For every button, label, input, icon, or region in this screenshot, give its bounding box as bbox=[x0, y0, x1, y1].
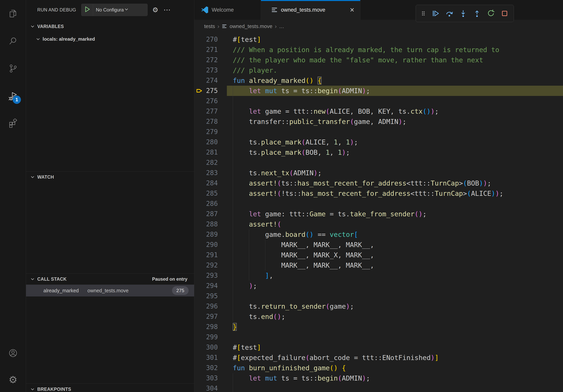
code-line[interactable]: 301#[expected_failure(abort_code = ttt::… bbox=[194, 353, 563, 363]
line-number[interactable]: 293 bbox=[194, 270, 227, 281]
line-number[interactable]: 296 bbox=[194, 301, 227, 312]
code-line[interactable]: 281 ts.place_mark(BOB, 1, 1); bbox=[194, 147, 563, 157]
continue-icon[interactable] bbox=[430, 8, 441, 19]
code-line[interactable]: 274fun already_marked() { bbox=[194, 75, 563, 86]
code-line[interactable]: 280 ts.place_mark(ALICE, 1, 1); bbox=[194, 137, 563, 147]
line-number[interactable]: 289 bbox=[194, 229, 227, 240]
code-line[interactable]: 294 ); bbox=[194, 281, 563, 291]
code-line[interactable]: 297 ts.end(); bbox=[194, 312, 563, 322]
line-number[interactable]: 288 bbox=[194, 219, 227, 229]
code-line[interactable]: 270#[test] bbox=[194, 34, 563, 45]
line-number[interactable]: 278 bbox=[194, 117, 227, 127]
line-number[interactable]: 272 bbox=[194, 55, 227, 65]
code-line[interactable]: 289 game.board() == vector[ bbox=[194, 229, 563, 240]
code-line[interactable]: 284 assert!(ts::has_most_recent_for_addr… bbox=[194, 178, 563, 188]
line-number[interactable]: 297 bbox=[194, 312, 227, 322]
variables-section-header[interactable]: VARIABLES bbox=[26, 21, 194, 32]
code-line[interactable]: 296 ts.return_to_sender(game); bbox=[194, 301, 563, 312]
call-stack-frame[interactable]: already_markedowned_tests.move275 bbox=[26, 285, 194, 297]
line-number[interactable]: 270 bbox=[194, 34, 227, 45]
locals-scope-row[interactable]: locals: already_marked bbox=[26, 34, 194, 45]
account-icon[interactable] bbox=[8, 348, 18, 358]
debug-configuration-dropdown[interactable]: No Configura bbox=[81, 4, 148, 16]
code-line[interactable]: 290 MARK__, MARK__, MARK__, bbox=[194, 240, 563, 250]
code-line[interactable]: 276 bbox=[194, 96, 563, 106]
close-tab-icon[interactable]: × bbox=[350, 6, 354, 14]
code-line[interactable]: 282 bbox=[194, 157, 563, 168]
code-line[interactable]: 302fun burn_unfinished_game() { bbox=[194, 363, 563, 373]
settings-gear-icon[interactable]: ⚙ bbox=[8, 375, 18, 384]
source-control-icon[interactable] bbox=[8, 64, 18, 73]
code-line[interactable]: 291 MARK__, MARK_X, MARK__, bbox=[194, 250, 563, 260]
code-line[interactable]: 278 transfer::public_transfer(game, ADMI… bbox=[194, 117, 563, 127]
code-line[interactable]: 275 let mut ts = ts::begin(ADMIN); bbox=[194, 86, 563, 96]
line-number[interactable]: 287 bbox=[194, 209, 227, 219]
restart-icon[interactable] bbox=[485, 8, 496, 19]
line-number[interactable]: 286 bbox=[194, 198, 227, 209]
line-number[interactable]: 279 bbox=[194, 127, 227, 137]
code-line[interactable]: 279 bbox=[194, 127, 563, 137]
line-number[interactable]: 271 bbox=[194, 45, 227, 55]
code-line[interactable]: 287 let game: ttt::Game = ts.take_from_s… bbox=[194, 209, 563, 219]
breadcrumb-file[interactable]: owned_tests.move bbox=[230, 23, 272, 29]
line-number[interactable]: 304 bbox=[194, 383, 227, 392]
code-line[interactable]: 295 bbox=[194, 291, 563, 301]
tab-owned-tests[interactable]: owned_tests.move × bbox=[261, 0, 360, 20]
toolbar-drag-handle[interactable] bbox=[419, 8, 427, 19]
start-debug-icon[interactable] bbox=[85, 6, 90, 13]
code-line[interactable]: 285 assert!(!ts::has_most_recent_for_add… bbox=[194, 188, 563, 198]
line-number[interactable]: 295 bbox=[194, 291, 227, 301]
explorer-icon[interactable] bbox=[8, 9, 18, 19]
line-number[interactable]: 281 bbox=[194, 147, 227, 157]
line-number[interactable]: 273 bbox=[194, 65, 227, 75]
step-into-icon[interactable] bbox=[458, 8, 469, 19]
step-over-icon[interactable] bbox=[444, 8, 455, 19]
line-number[interactable]: 294 bbox=[194, 281, 227, 291]
code-line[interactable]: 299 bbox=[194, 332, 563, 342]
code-line[interactable]: 292 MARK__, MARK__, MARK__, bbox=[194, 260, 563, 270]
code-line[interactable]: 272/// the player who made the "false" m… bbox=[194, 55, 563, 65]
line-number[interactable]: 299 bbox=[194, 332, 227, 342]
watch-section-header[interactable]: WATCH bbox=[26, 171, 194, 183]
code-line[interactable]: 304 bbox=[194, 383, 563, 392]
code-line[interactable]: 283 ts.next_tx(ADMIN); bbox=[194, 168, 563, 178]
call-stack-section-header[interactable]: CALL STACK Paused on entry bbox=[26, 274, 194, 285]
line-number[interactable]: 291 bbox=[194, 250, 227, 260]
code-line[interactable]: 271/// When a position is already marked… bbox=[194, 45, 563, 55]
line-number[interactable]: 290 bbox=[194, 240, 227, 250]
breakpoints-section-header[interactable]: BREAKPOINTS bbox=[26, 384, 194, 392]
line-number[interactable]: 300 bbox=[194, 342, 227, 353]
tab-welcome[interactable]: Welcome bbox=[194, 0, 261, 20]
line-number[interactable]: 282 bbox=[194, 157, 227, 168]
line-number[interactable]: 292 bbox=[194, 260, 227, 270]
line-number[interactable]: 276 bbox=[194, 96, 227, 106]
line-number[interactable]: 275 bbox=[194, 86, 227, 96]
code-line[interactable]: 286 bbox=[194, 198, 563, 209]
line-number[interactable]: 280 bbox=[194, 137, 227, 147]
code-line[interactable]: 277 let game = ttt::new(ALICE, BOB, KEY,… bbox=[194, 106, 563, 117]
extensions-icon[interactable] bbox=[8, 118, 18, 128]
code-line[interactable]: 273/// player. bbox=[194, 65, 563, 75]
line-number[interactable]: 277 bbox=[194, 106, 227, 117]
code-line[interactable]: 303 let mut ts = ts::begin(ADMIN); bbox=[194, 373, 563, 383]
step-out-icon[interactable] bbox=[472, 8, 483, 19]
line-number[interactable]: 283 bbox=[194, 168, 227, 178]
line-number[interactable]: 303 bbox=[194, 373, 227, 383]
more-actions-icon[interactable]: ⋯ bbox=[163, 6, 170, 13]
stop-icon[interactable] bbox=[499, 8, 510, 19]
debug-settings-gear-icon[interactable]: ⚙ bbox=[152, 7, 158, 13]
line-number[interactable]: 301 bbox=[194, 353, 227, 363]
run-and-debug-icon[interactable]: 1 bbox=[8, 91, 18, 101]
breadcrumb-folder[interactable]: tests bbox=[204, 23, 215, 29]
code-editor[interactable]: 270#[test]271/// When a position is alre… bbox=[194, 33, 563, 392]
line-number[interactable]: 274 bbox=[194, 75, 227, 86]
code-line[interactable]: 293 ], bbox=[194, 270, 563, 281]
line-number[interactable]: 284 bbox=[194, 178, 227, 188]
breadcrumb-more[interactable]: … bbox=[279, 23, 284, 29]
line-number[interactable]: 302 bbox=[194, 363, 227, 373]
line-number[interactable]: 298 bbox=[194, 322, 227, 332]
search-icon[interactable] bbox=[8, 37, 18, 46]
code-line[interactable]: 300#[test] bbox=[194, 342, 563, 353]
code-line[interactable]: 288 assert!( bbox=[194, 219, 563, 229]
code-line[interactable]: 298} bbox=[194, 322, 563, 332]
